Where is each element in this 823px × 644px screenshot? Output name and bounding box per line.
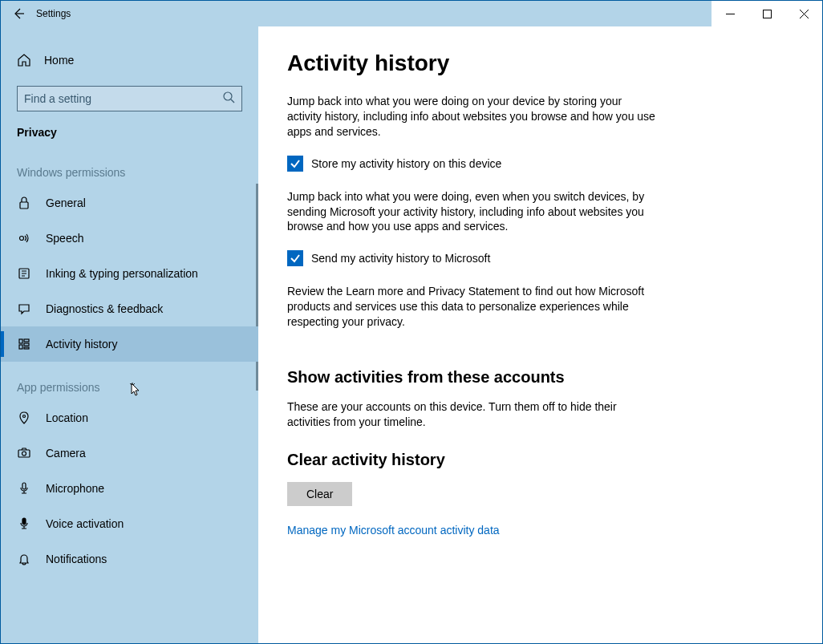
sidebar: Home Privacy Windows permissions General… xyxy=(1,26,258,643)
sidebar-home[interactable]: Home xyxy=(1,43,258,78)
sidebar-item-label: Inking & typing personalization xyxy=(46,267,198,280)
sidebar-item-label: Voice activation xyxy=(46,517,124,530)
sidebar-item-label: Notifications xyxy=(46,553,107,565)
svg-rect-5 xyxy=(19,339,22,343)
checkbox-send-history[interactable]: Send my activity history to Microsoft xyxy=(287,250,793,266)
desc-send-history: Jump back into what you were doing, even… xyxy=(287,189,656,235)
svg-rect-13 xyxy=(22,483,26,489)
svg-rect-7 xyxy=(24,339,29,342)
search-icon xyxy=(223,91,235,106)
sidebar-item-label: General xyxy=(46,196,86,209)
checkbox-checked-icon xyxy=(287,156,303,172)
sidebar-item-microphone[interactable]: Microphone xyxy=(1,471,258,506)
search-input[interactable] xyxy=(24,92,223,105)
activity-history-icon xyxy=(17,338,31,350)
microphone-icon xyxy=(17,482,31,495)
svg-point-1 xyxy=(224,92,232,100)
clear-header: Clear activity history xyxy=(287,451,793,469)
accounts-desc: These are your accounts on this device. … xyxy=(287,399,656,430)
sidebar-item-speech[interactable]: Speech xyxy=(1,221,258,256)
sidebar-item-label: Activity history xyxy=(46,338,117,350)
checkbox-label: Send my activity history to Microsoft xyxy=(311,252,490,265)
sidebar-item-label: Location xyxy=(46,411,88,424)
intro-text: Jump back into what you were doing on yo… xyxy=(287,94,656,140)
search-box[interactable] xyxy=(17,86,242,111)
desc-privacy: Review the Learn more and Privacy Statem… xyxy=(287,284,656,330)
sidebar-item-notifications[interactable]: Notifications xyxy=(1,541,258,577)
content-area: Activity history Jump back into what you… xyxy=(258,26,822,643)
sidebar-item-label: Camera xyxy=(46,447,86,460)
clear-button[interactable]: Clear xyxy=(287,482,352,506)
checkbox-store-history[interactable]: Store my activity history on this device xyxy=(287,156,793,172)
svg-rect-11 xyxy=(18,450,30,457)
sidebar-item-label: Microphone xyxy=(46,482,104,495)
sidebar-section-title: Privacy xyxy=(1,115,258,147)
window-title: Settings xyxy=(36,8,71,19)
lock-icon xyxy=(17,196,31,209)
group-header-app-permissions: App permissions xyxy=(1,362,258,400)
checkbox-label: Store my activity history on this device xyxy=(311,157,501,170)
page-title: Activity history xyxy=(287,51,793,76)
voice-activation-icon xyxy=(17,517,31,530)
notifications-icon xyxy=(17,553,31,565)
sidebar-item-activity-history[interactable]: Activity history xyxy=(1,326,258,362)
sidebar-item-label: Speech xyxy=(46,232,83,245)
sidebar-item-label: Diagnostics & feedback xyxy=(46,302,163,315)
svg-point-3 xyxy=(20,237,24,241)
sidebar-item-general[interactable]: General xyxy=(1,185,258,221)
svg-rect-0 xyxy=(763,10,771,18)
svg-rect-14 xyxy=(22,518,26,525)
sidebar-item-diagnostics[interactable]: Diagnostics & feedback xyxy=(1,291,258,326)
titlebar: Settings xyxy=(1,1,822,26)
sidebar-item-camera[interactable]: Camera xyxy=(1,435,258,471)
sidebar-item-location[interactable]: Location xyxy=(1,400,258,435)
camera-icon xyxy=(17,447,31,460)
back-button[interactable] xyxy=(1,1,36,26)
svg-rect-8 xyxy=(24,343,29,346)
sidebar-home-label: Home xyxy=(44,54,74,67)
svg-point-12 xyxy=(22,452,26,456)
svg-rect-6 xyxy=(19,345,22,349)
minimize-button[interactable] xyxy=(712,1,748,26)
svg-point-10 xyxy=(23,415,26,418)
speech-icon xyxy=(17,232,31,245)
manage-account-link[interactable]: Manage my Microsoft account activity dat… xyxy=(287,524,500,537)
sidebar-item-voice-activation[interactable]: Voice activation xyxy=(1,506,258,541)
inking-icon xyxy=(17,267,31,280)
location-icon xyxy=(17,411,31,424)
feedback-icon xyxy=(17,302,31,315)
svg-rect-2 xyxy=(20,202,28,209)
sidebar-item-inking[interactable]: Inking & typing personalization xyxy=(1,256,258,291)
close-button[interactable] xyxy=(785,1,822,26)
maximize-button[interactable] xyxy=(748,1,785,26)
checkbox-checked-icon xyxy=(287,250,303,266)
accounts-header: Show activities from these accounts xyxy=(287,368,793,387)
group-header-windows-permissions: Windows permissions xyxy=(1,147,258,185)
svg-rect-9 xyxy=(24,347,29,349)
